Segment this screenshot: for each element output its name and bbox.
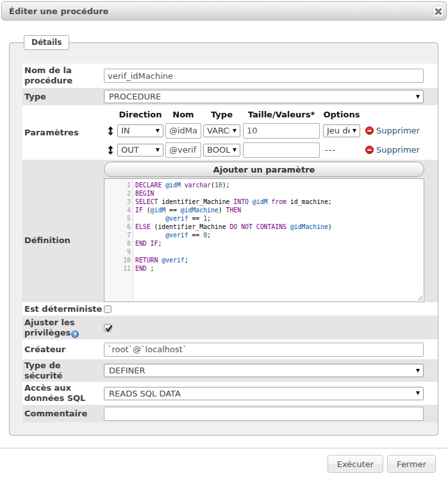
editor-line-numbers: 1234567891011 <box>104 179 133 302</box>
header-direction: Direction <box>117 110 163 119</box>
header-options: Options <box>323 110 360 119</box>
close-button[interactable]: Fermer <box>387 455 436 473</box>
resize-grip-icon[interactable] <box>417 294 423 301</box>
minus-icon <box>365 146 374 154</box>
deterministic-checkbox[interactable] <box>104 305 112 313</box>
creator-input[interactable] <box>104 343 424 357</box>
param-2-length-input[interactable] <box>243 142 320 158</box>
definition-label: Définition <box>22 178 104 302</box>
procedure-name-input[interactable] <box>104 69 424 83</box>
header-type: Type <box>203 110 240 119</box>
header-length: Taille/Valeurs* <box>243 110 320 119</box>
param-2-type-select[interactable]: BOOLEAN <box>203 144 240 157</box>
param-2-remove-link[interactable]: Supprimer <box>365 145 420 155</box>
security-type-label: Type de sécurité <box>22 359 104 382</box>
comment-label: Commentaire <box>22 405 104 422</box>
procedure-name-label: Nom de la procédure <box>22 64 104 88</box>
minus-icon <box>365 126 374 135</box>
param-1-direction-select[interactable]: IN <box>117 124 163 137</box>
row-add-parameter: Ajouter un paramètre <box>22 160 438 178</box>
sql-data-access-select[interactable]: READS SQL DATA <box>104 387 424 400</box>
dialog-button-pane: Exécuter Fermer <box>0 448 448 473</box>
row-deterministic: Est déterministe <box>22 302 438 316</box>
param-1-type-select[interactable]: VARCHAR <box>203 124 240 137</box>
param-1-name-input[interactable] <box>165 123 201 139</box>
parameter-row: OUT BOOLEAN --- Supprimer <box>104 140 424 160</box>
parameters-label: Paramètres <box>22 105 104 160</box>
row-sql-data-access: Accès aux données SQL READS SQL DATA <box>22 382 438 405</box>
dialog-title: Éditer une procédure <box>9 2 108 21</box>
type-select[interactable]: PROCEDURE <box>104 90 424 103</box>
dialog-close-button[interactable] <box>433 6 444 17</box>
definition-code-editor[interactable]: 1234567891011 DECLARE @idM varchar(10);B… <box>104 178 424 302</box>
security-type-select[interactable]: DEFINER <box>104 364 424 377</box>
row-definition: Définition 1234567891011 DECLARE @idM va… <box>22 178 438 302</box>
help-icon[interactable]: ? <box>71 330 79 338</box>
privileges-checkbox[interactable] <box>104 324 112 332</box>
param-1-remove-link[interactable]: Supprimer <box>365 126 420 135</box>
editor-code[interactable]: DECLARE @idM varchar(10);BEGINSELECT ide… <box>134 179 424 273</box>
comment-input[interactable] <box>104 407 424 421</box>
type-label: Type <box>22 88 104 105</box>
row-creator: Créateur <box>22 339 438 359</box>
param-1-options-select[interactable]: Jeu de caractères <box>323 124 360 137</box>
sql-access-label: Accès aux données SQL <box>22 382 104 405</box>
creator-label: Créateur <box>22 339 104 359</box>
drag-handle-icon[interactable] <box>108 126 113 135</box>
check-icon <box>104 324 113 333</box>
header-name: Nom <box>165 110 201 119</box>
param-2-direction-select[interactable]: OUT <box>117 144 163 157</box>
row-comment: Commentaire <box>22 405 438 422</box>
close-icon <box>435 8 442 15</box>
parameters-header: Direction Nom Type Taille/Valeurs* Optio… <box>104 106 424 121</box>
parameter-row: IN VARCHAR Jeu de caractères Supp <box>104 121 424 140</box>
row-security-type: Type de sécurité DEFINER <box>22 359 438 382</box>
details-fieldset: Détails Nom de la procédure Type PROCEDU… <box>9 42 438 436</box>
dialog-titlebar[interactable]: Éditer une procédure <box>1 1 447 21</box>
param-1-length-input[interactable] <box>243 123 320 139</box>
tab-details[interactable]: Détails <box>24 35 69 50</box>
row-adjust-privileges: Ajuster les privilèges? <box>22 316 438 339</box>
param-2-name-input[interactable] <box>165 142 201 158</box>
procedure-form: Nom de la procédure Type PROCEDURE <box>22 64 438 422</box>
execute-button[interactable]: Exécuter <box>328 455 383 473</box>
row-type: Type PROCEDURE <box>22 88 438 105</box>
deterministic-label: Est déterministe <box>22 302 104 316</box>
edit-procedure-dialog: Éditer une procédure Détails Nom de la p… <box>0 0 448 485</box>
privileges-label: Ajuster les privilèges? <box>22 316 104 339</box>
param-2-no-options: --- <box>323 145 336 155</box>
drag-handle-icon[interactable] <box>108 146 113 155</box>
row-parameters: Paramètres Direction Nom Type Taille/Val… <box>22 105 438 160</box>
add-parameter-button[interactable]: Ajouter un paramètre <box>104 162 424 177</box>
row-procedure-name: Nom de la procédure <box>22 64 438 88</box>
